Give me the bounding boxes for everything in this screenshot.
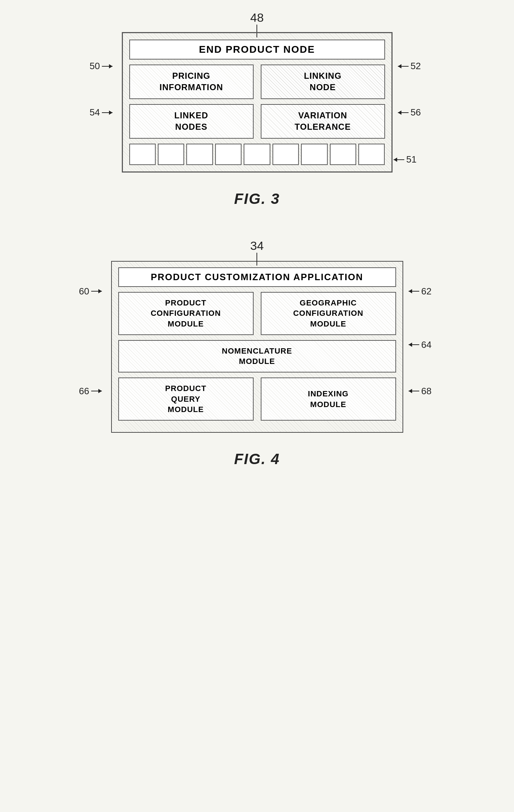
fig3-cell-pricing: PRICING INFORMATION (129, 65, 254, 99)
fig4-cell-product-config: PRODUCT CONFIGURATION MODULE (118, 292, 254, 335)
fig4-row-1: PRODUCT CONFIGURATION MODULE GEOGRAPHIC … (118, 292, 396, 335)
side-label-68: 68 (409, 386, 432, 397)
side-label-54: 54 (90, 107, 113, 118)
fig3-section: 48 END PRODUCT NODE PRICING INFORMATION (0, 14, 514, 207)
fig4-nomenclature-text: NOMENCLATURE MODULE (222, 346, 292, 367)
fig4-outer-box: PRODUCT CUSTOMIZATION APPLICATION PRODUC… (111, 261, 403, 433)
side-label-66: 66 (79, 386, 102, 397)
fig3-pricing-text: PRICING INFORMATION (160, 70, 223, 93)
fig3-small-cell-8 (330, 144, 356, 165)
fig4-row-3: PRODUCT QUERY MODULE INDEXING MODULE (118, 377, 396, 421)
fig4-title: PRODUCT CUSTOMIZATION APPLICATION (118, 267, 396, 287)
fig3-small-cell-2 (158, 144, 184, 165)
fig4-indexing-text: INDEXING MODULE (308, 389, 348, 410)
side-label-62: 62 (409, 286, 432, 297)
fig3-small-cell-5 (244, 144, 270, 165)
fig4-cell-indexing: INDEXING MODULE (261, 377, 396, 421)
side-label-50: 50 (90, 61, 113, 72)
fig3-row-2: LINKED NODES VARIATION TOLERANCE (129, 104, 385, 139)
fig3-cell-linked: LINKED NODES (129, 104, 254, 139)
fig3-small-cell-3 (186, 144, 213, 165)
side-label-60: 60 (79, 286, 102, 297)
fig3-small-cell-9 (358, 144, 385, 165)
fig3-cell-variation: VARIATION TOLERANCE (261, 104, 385, 139)
fig3-variation-text: VARIATION TOLERANCE (295, 110, 351, 133)
fig3-small-cell-4 (215, 144, 242, 165)
fig3-caption: FIG. 3 (234, 190, 280, 207)
fig3-linked-text: LINKED NODES (174, 110, 208, 133)
fig3-number-48: 48 (250, 11, 264, 25)
fig4-cell-query: PRODUCT QUERY MODULE (118, 377, 254, 421)
side-label-64: 64 (409, 339, 432, 350)
fig3-wrapper: 48 END PRODUCT NODE PRICING INFORMATION (122, 32, 393, 173)
fig4-caption: FIG. 4 (234, 451, 280, 468)
page-container: 48 END PRODUCT NODE PRICING INFORMATION (0, 14, 514, 468)
side-label-56: 56 (398, 107, 421, 118)
fig3-outer-box: END PRODUCT NODE PRICING INFORMATION LIN… (122, 32, 393, 173)
fig4-wrapper: 34 PRODUCT CUSTOMIZATION APPLICATION PRO… (111, 261, 403, 433)
fig3-linking-text: LINKING NODE (304, 70, 342, 93)
fig4-geo-config-text: GEOGRAPHIC CONFIGURATION MODULE (293, 298, 363, 329)
fig3-small-cell-6 (272, 144, 299, 165)
fig4-section: 34 PRODUCT CUSTOMIZATION APPLICATION PRO… (0, 243, 514, 468)
fig3-small-cell-7 (301, 144, 327, 165)
fig4-number-34: 34 (250, 239, 264, 253)
fig4-product-config-text: PRODUCT CONFIGURATION MODULE (151, 298, 221, 329)
side-label-51: 51 (394, 154, 417, 165)
fig4-query-text: PRODUCT QUERY MODULE (165, 383, 207, 415)
fig4-cell-geo-config: GEOGRAPHIC CONFIGURATION MODULE (261, 292, 396, 335)
side-label-52: 52 (398, 61, 421, 72)
fig3-small-cell-1 (129, 144, 156, 165)
fig3-cell-linking: LINKING NODE (261, 65, 385, 99)
fig3-title: END PRODUCT NODE (129, 40, 385, 60)
fig4-cell-nomenclature: NOMENCLATURE MODULE (118, 340, 396, 372)
fig3-bottom-row (129, 144, 385, 165)
fig3-row-1: PRICING INFORMATION LINKING NODE (129, 65, 385, 99)
